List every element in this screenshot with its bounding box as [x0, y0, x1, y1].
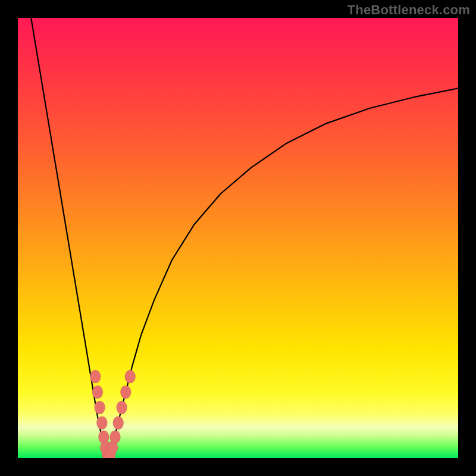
marker-point	[95, 401, 105, 414]
marker-point	[96, 416, 107, 430]
marker-point	[90, 370, 101, 383]
watermark-text: TheBottleneck.com	[347, 2, 470, 18]
marker-point	[113, 416, 124, 430]
marker-point	[117, 401, 127, 414]
chart-svg	[18, 18, 458, 458]
chart-frame: TheBottleneck.com	[0, 0, 476, 476]
marker-point	[120, 386, 131, 399]
chart-plot-area	[18, 18, 458, 458]
marker-point	[92, 386, 103, 399]
marker-point	[110, 430, 121, 443]
marker-point	[125, 370, 136, 383]
series-right-branch	[108, 88, 458, 458]
